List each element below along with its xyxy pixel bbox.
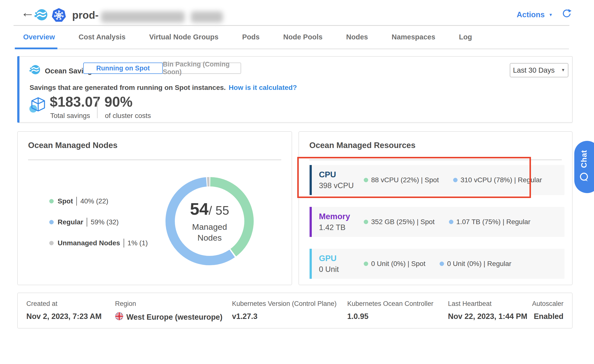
cpu-accent-bar [310,165,312,195]
cpu-resource-row: CPU 398 vCPU 88 vCPU (22%) | Spot 310 vC… [310,165,564,195]
total-savings-label: Total savings [50,112,90,120]
gpu-resource-row: GPU 0 Unit 0 Unit (0%) | Spot 0 Unit (0%… [310,249,564,279]
tab-log[interactable]: Log [457,26,475,49]
tab-virtual-node-groups[interactable]: Virtual Node Groups [147,26,221,49]
ocean-savings-panel: Ocean Savings: Running on Spot Bin Packi… [17,56,573,123]
tab-cost-analysis[interactable]: Cost Analysis [76,26,128,49]
memory-accent-bar [310,207,312,237]
savings-description: Savings that are generated from running … [30,84,297,92]
tab-nodes[interactable]: Nodes [344,26,371,49]
panel-divider [28,160,281,160]
tab-pods[interactable]: Pods [240,26,262,49]
savings-mode-toggle: Running on Spot Bin Packing (Coming Soon… [83,63,241,74]
cpu-regular-stat: 310 vCPU (78%) | Regular [453,176,542,184]
memory-label: Memory [319,212,364,221]
chevron-down-icon: ▼ [561,68,565,73]
last-heartbeat-info: Last Heartbeat Nov 22, 2023, 1:44 PM [448,300,527,321]
tab-node-pools[interactable]: Node Pools [281,26,325,49]
spot-dot-icon [364,262,368,266]
legend-item-unmanaged: Unmanaged Nodes 1% (1) [49,239,148,248]
autoscaler-info: Autoscaler Enabled [532,300,563,321]
managed-nodes-donut: 54/ 55 ManagedNodes [158,169,261,273]
bin-packing-toggle[interactable]: Bin Packing (Coming Soon) [162,63,241,74]
ocean-controller-info: Kubernetes Ocean Controller 1.0.95 [347,300,433,321]
cluster-cost-pct-label: of cluster costs [105,112,151,120]
regular-dot-icon [440,262,444,266]
spot-dot-icon [49,199,54,203]
savings-cube-icon [29,96,48,116]
managed-nodes-title: Ocean Managed Nodes [28,141,117,150]
memory-spot-stat: 352 GB (25%) | Spot [364,218,435,226]
created-at-info: Created at Nov 2, 2023, 7:23 AM [26,300,102,321]
regular-dot-icon [453,178,458,182]
tab-bar: Overview Cost Analysis Virtual Node Grou… [15,26,569,49]
cpu-label: CPU [319,170,364,179]
gpu-accent-bar [310,249,312,279]
region-info: Region West Europe (westeurope) [115,300,222,322]
tab-overview[interactable]: Overview [15,26,57,49]
kubernetes-logo-icon [51,7,66,24]
unmanaged-dot-icon [49,241,54,245]
gpu-total: 0 Unit [319,265,364,274]
gpu-spot-stat: 0 Unit (0%) | Spot [364,260,425,268]
how-calculated-link[interactable]: How is it calculated? [229,84,297,91]
ocean-wave-icon [29,64,40,76]
chat-bubble-icon [578,172,590,184]
spot-dot-icon [364,220,368,224]
spot-dot-icon [364,178,368,182]
chat-button[interactable]: Chat [574,141,594,193]
regular-dot-icon [49,220,54,224]
cpu-total: 398 vCPU [319,181,364,190]
chevron-down-icon: ▼ [549,13,553,17]
ocean-logo-icon [34,8,48,23]
cluster-overview-page: ← prod- Actions▼ [0,0,594,364]
memory-total: 1.42 TB [319,223,364,232]
k8s-version-info: Kubernetes Version (Control Plane) v1.27… [232,300,337,321]
regular-dot-icon [449,220,453,224]
refresh-button[interactable] [561,9,572,20]
running-on-spot-toggle[interactable]: Running on Spot [83,63,163,74]
redacted-cluster-name [191,11,223,23]
ocean-managed-nodes-panel: Ocean Managed Nodes Spot 40% (22) Regula… [17,131,292,285]
donut-center-text: 54/ 55 ManagedNodes [190,199,229,243]
total-savings-value: $183.07 [50,94,100,110]
actions-menu-button[interactable]: Actions▼ [517,10,553,19]
nodes-legend: Spot 40% (22) Regular 59% (32) Unmanaged… [49,197,148,260]
back-arrow-icon[interactable]: ← [21,5,34,19]
legend-item-spot: Spot 40% (22) [49,197,148,206]
tab-namespaces[interactable]: Namespaces [389,26,438,49]
memory-regular-stat: 1.07 TB (75%) | Regular [449,218,530,226]
cpu-spot-stat: 88 vCPU (22%) | Spot [364,176,439,184]
savings-divider [97,97,98,118]
ocean-managed-resources-panel: Ocean Managed Resources CPU 398 vCPU 88 … [298,131,573,285]
period-select[interactable]: Last 30 Days▼ [510,63,568,77]
legend-item-regular: Regular 59% (32) [49,218,148,227]
cluster-info-bar: Created at Nov 2, 2023, 7:23 AM Region [17,293,573,329]
gpu-regular-stat: 0 Unit (0%) | Regular [440,260,511,268]
memory-resource-row: Memory 1.42 TB 352 GB (25%) | Spot 1.07 … [310,207,564,237]
managed-resources-title: Ocean Managed Resources [309,141,415,150]
panel-divider [309,160,562,160]
uk-flag-icon [115,312,123,322]
gpu-label: GPU [319,254,364,263]
redacted-cluster-name [101,11,185,23]
cluster-cost-pct-value: 90% [104,94,132,110]
page-title: prod- [72,9,99,21]
